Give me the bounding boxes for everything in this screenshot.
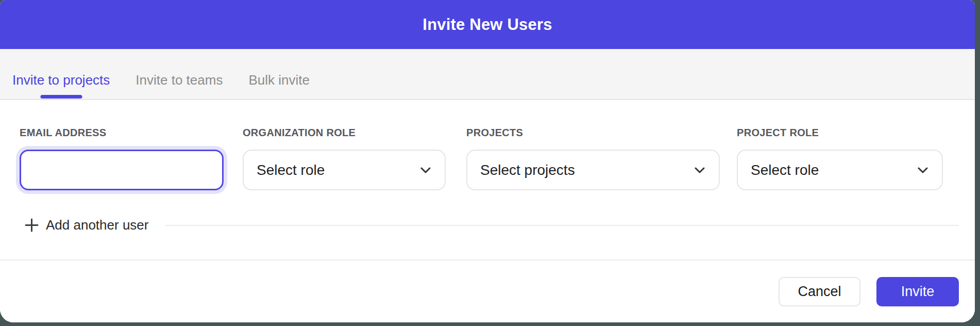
project-role-label: PROJECT ROLE — [737, 128, 943, 138]
projects-select-value: Select projects — [480, 162, 575, 178]
tab-invite-to-teams-label: Invite to teams — [136, 72, 223, 88]
tab-invite-to-teams[interactable]: Invite to teams — [136, 72, 223, 99]
email-address-input[interactable] — [20, 150, 224, 190]
project-role-select-value: Select role — [751, 162, 819, 178]
email-address-label: EMAIL ADDRESS — [20, 128, 224, 138]
projects-label: PROJECTS — [466, 128, 720, 138]
add-another-user-button[interactable]: Add another user — [20, 217, 148, 233]
dialog-content: EMAIL ADDRESS ORGANIZATION ROLE Select r… — [0, 100, 975, 259]
project-role-field-group: PROJECT ROLE Select role — [737, 128, 943, 190]
dialog-header: Invite New Users — [0, 0, 975, 49]
tab-bulk-invite[interactable]: Bulk invite — [248, 72, 310, 99]
plus-icon — [25, 218, 39, 232]
organization-role-label: ORGANIZATION ROLE — [243, 128, 446, 138]
tab-bulk-invite-label: Bulk invite — [248, 72, 310, 88]
projects-field-group: PROJECTS Select projects — [466, 128, 720, 190]
chevron-down-icon — [420, 167, 431, 173]
projects-select[interactable]: Select projects — [466, 150, 720, 190]
tab-bar: Invite to projects Invite to teams Bulk … — [0, 49, 975, 100]
organization-role-field-group: ORGANIZATION ROLE Select role — [243, 128, 446, 190]
project-role-select[interactable]: Select role — [737, 150, 943, 190]
row-divider — [165, 225, 959, 226]
tab-invite-to-projects-label: Invite to projects — [12, 72, 110, 88]
cancel-button[interactable]: Cancel — [779, 277, 860, 306]
email-address-field-group: EMAIL ADDRESS — [20, 128, 224, 190]
tab-invite-to-projects[interactable]: Invite to projects — [12, 72, 110, 99]
chevron-down-icon — [695, 167, 705, 173]
add-another-user-label: Add another user — [46, 217, 148, 233]
invite-user-row: EMAIL ADDRESS ORGANIZATION ROLE Select r… — [20, 128, 959, 190]
organization-role-select-value: Select role — [257, 162, 325, 178]
dialog-title: Invite New Users — [423, 15, 552, 34]
invite-new-users-dialog: Invite New Users Invite to projects Invi… — [0, 0, 975, 322]
active-tab-indicator — [40, 95, 82, 99]
invite-button[interactable]: Invite — [876, 277, 959, 306]
add-user-row: Add another user — [20, 217, 959, 233]
dialog-footer: Cancel Invite — [0, 259, 975, 322]
organization-role-select[interactable]: Select role — [243, 150, 446, 190]
chevron-down-icon — [918, 167, 928, 173]
